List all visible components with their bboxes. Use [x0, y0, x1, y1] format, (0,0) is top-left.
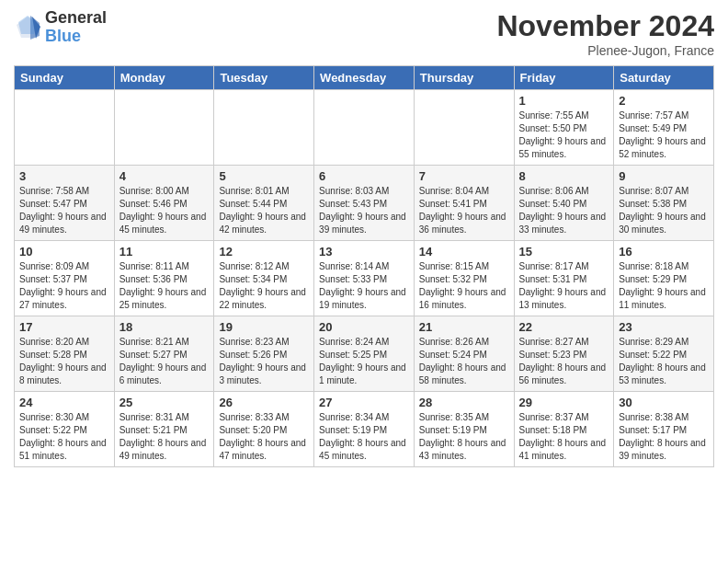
day-number: 18 — [119, 320, 210, 334]
table-row: 10Sunrise: 8:09 AM Sunset: 5:37 PM Dayli… — [15, 241, 115, 316]
day-number: 20 — [319, 320, 409, 334]
table-row: 15Sunrise: 8:17 AM Sunset: 5:31 PM Dayli… — [514, 241, 614, 316]
logo-icon — [14, 14, 41, 41]
col-tuesday: Tuesday — [214, 66, 314, 90]
table-row: 21Sunrise: 8:26 AM Sunset: 5:24 PM Dayli… — [414, 316, 514, 392]
day-info: Sunrise: 8:06 AM Sunset: 5:40 PM Dayligh… — [519, 185, 609, 236]
day-number: 15 — [519, 245, 609, 259]
col-friday: Friday — [514, 66, 614, 90]
calendar-week-row: 17Sunrise: 8:20 AM Sunset: 5:28 PM Dayli… — [15, 316, 714, 392]
table-row: 28Sunrise: 8:35 AM Sunset: 5:19 PM Dayli… — [414, 392, 514, 467]
table-row — [314, 90, 415, 166]
day-number: 1 — [519, 94, 609, 108]
day-info: Sunrise: 8:20 AM Sunset: 5:28 PM Dayligh… — [19, 336, 109, 387]
col-wednesday: Wednesday — [314, 66, 415, 90]
title-block: November 2024 Plenee-Jugon, France — [496, 9, 714, 58]
day-number: 26 — [219, 396, 309, 409]
logo-general: General — [45, 9, 107, 28]
location-subtitle: Plenee-Jugon, France — [496, 43, 714, 58]
table-row: 22Sunrise: 8:27 AM Sunset: 5:23 PM Dayli… — [514, 316, 614, 392]
day-number: 6 — [319, 169, 409, 183]
day-info: Sunrise: 7:58 AM Sunset: 5:47 PM Dayligh… — [19, 185, 109, 236]
day-info: Sunrise: 8:35 AM Sunset: 5:19 PM Dayligh… — [419, 411, 509, 463]
table-row: 7Sunrise: 8:04 AM Sunset: 5:41 PM Daylig… — [414, 166, 514, 241]
day-number: 19 — [219, 320, 309, 334]
table-row: 17Sunrise: 8:20 AM Sunset: 5:28 PM Dayli… — [15, 316, 115, 392]
day-info: Sunrise: 8:03 AM Sunset: 5:43 PM Dayligh… — [319, 185, 409, 236]
day-number: 8 — [519, 169, 609, 183]
table-row: 12Sunrise: 8:12 AM Sunset: 5:34 PM Dayli… — [214, 241, 314, 316]
day-info: Sunrise: 8:34 AM Sunset: 5:19 PM Dayligh… — [319, 411, 409, 463]
day-info: Sunrise: 8:18 AM Sunset: 5:29 PM Dayligh… — [619, 260, 709, 312]
day-number: 12 — [219, 245, 309, 259]
day-number: 11 — [119, 245, 210, 259]
day-info: Sunrise: 8:26 AM Sunset: 5:24 PM Dayligh… — [419, 336, 509, 387]
day-number: 21 — [419, 320, 509, 334]
table-row — [414, 90, 514, 166]
day-number: 10 — [19, 245, 109, 259]
day-number: 23 — [619, 320, 709, 334]
day-number: 25 — [119, 396, 210, 409]
day-info: Sunrise: 8:15 AM Sunset: 5:32 PM Dayligh… — [419, 260, 509, 312]
table-row: 18Sunrise: 8:21 AM Sunset: 5:27 PM Dayli… — [114, 316, 214, 392]
day-info: Sunrise: 8:09 AM Sunset: 5:37 PM Dayligh… — [19, 260, 109, 312]
table-row: 11Sunrise: 8:11 AM Sunset: 5:36 PM Dayli… — [114, 241, 214, 316]
day-number: 22 — [519, 320, 609, 334]
day-info: Sunrise: 8:04 AM Sunset: 5:41 PM Dayligh… — [419, 185, 509, 236]
table-row: 2Sunrise: 7:57 AM Sunset: 5:49 PM Daylig… — [614, 90, 714, 166]
table-row: 27Sunrise: 8:34 AM Sunset: 5:19 PM Dayli… — [314, 392, 415, 467]
day-info: Sunrise: 8:01 AM Sunset: 5:44 PM Dayligh… — [219, 185, 309, 236]
table-row: 23Sunrise: 8:29 AM Sunset: 5:22 PM Dayli… — [614, 316, 714, 392]
calendar-week-row: 1Sunrise: 7:55 AM Sunset: 5:50 PM Daylig… — [15, 90, 714, 166]
table-row: 5Sunrise: 8:01 AM Sunset: 5:44 PM Daylig… — [214, 166, 314, 241]
day-number: 28 — [419, 396, 509, 409]
day-info: Sunrise: 7:57 AM Sunset: 5:49 PM Dayligh… — [619, 109, 709, 161]
day-info: Sunrise: 8:12 AM Sunset: 5:34 PM Dayligh… — [219, 260, 309, 312]
day-number: 30 — [619, 396, 709, 409]
table-row: 8Sunrise: 8:06 AM Sunset: 5:40 PM Daylig… — [514, 166, 614, 241]
table-row — [214, 90, 314, 166]
table-row: 24Sunrise: 8:30 AM Sunset: 5:22 PM Dayli… — [15, 392, 115, 467]
table-row: 4Sunrise: 8:00 AM Sunset: 5:46 PM Daylig… — [114, 166, 214, 241]
table-row: 20Sunrise: 8:24 AM Sunset: 5:25 PM Dayli… — [314, 316, 415, 392]
day-info: Sunrise: 8:11 AM Sunset: 5:36 PM Dayligh… — [119, 260, 210, 312]
day-info: Sunrise: 7:55 AM Sunset: 5:50 PM Dayligh… — [519, 109, 609, 161]
day-info: Sunrise: 8:23 AM Sunset: 5:26 PM Dayligh… — [219, 336, 309, 387]
table-row: 1Sunrise: 7:55 AM Sunset: 5:50 PM Daylig… — [514, 90, 614, 166]
table-row: 13Sunrise: 8:14 AM Sunset: 5:33 PM Dayli… — [314, 241, 415, 316]
day-number: 29 — [519, 396, 609, 409]
calendar-week-row: 24Sunrise: 8:30 AM Sunset: 5:22 PM Dayli… — [15, 392, 714, 467]
calendar-header-row: Sunday Monday Tuesday Wednesday Thursday… — [15, 66, 714, 90]
table-row: 9Sunrise: 8:07 AM Sunset: 5:38 PM Daylig… — [614, 166, 714, 241]
day-number: 7 — [419, 169, 509, 183]
day-info: Sunrise: 8:27 AM Sunset: 5:23 PM Dayligh… — [519, 336, 609, 387]
page-container: General Blue November 2024 Plenee-Jugon,… — [0, 0, 728, 477]
table-row — [114, 90, 214, 166]
day-number: 14 — [419, 245, 509, 259]
day-number: 16 — [619, 245, 709, 259]
calendar-table: Sunday Monday Tuesday Wednesday Thursday… — [14, 65, 714, 467]
day-info: Sunrise: 8:24 AM Sunset: 5:25 PM Dayligh… — [319, 336, 409, 387]
table-row — [15, 90, 115, 166]
table-row: 19Sunrise: 8:23 AM Sunset: 5:26 PM Dayli… — [214, 316, 314, 392]
logo-text: General Blue — [45, 9, 107, 46]
logo: General Blue — [14, 9, 107, 46]
day-info: Sunrise: 8:30 AM Sunset: 5:22 PM Dayligh… — [19, 411, 109, 463]
day-info: Sunrise: 8:00 AM Sunset: 5:46 PM Dayligh… — [119, 185, 210, 236]
col-saturday: Saturday — [614, 66, 714, 90]
day-info: Sunrise: 8:14 AM Sunset: 5:33 PM Dayligh… — [319, 260, 409, 312]
col-thursday: Thursday — [414, 66, 514, 90]
day-number: 27 — [319, 396, 409, 409]
page-header: General Blue November 2024 Plenee-Jugon,… — [14, 9, 714, 58]
table-row: 6Sunrise: 8:03 AM Sunset: 5:43 PM Daylig… — [314, 166, 415, 241]
table-row: 30Sunrise: 8:38 AM Sunset: 5:17 PM Dayli… — [614, 392, 714, 467]
table-row: 29Sunrise: 8:37 AM Sunset: 5:18 PM Dayli… — [514, 392, 614, 467]
day-info: Sunrise: 8:07 AM Sunset: 5:38 PM Dayligh… — [619, 185, 709, 236]
day-info: Sunrise: 8:33 AM Sunset: 5:20 PM Dayligh… — [219, 411, 309, 463]
logo-blue: Blue — [45, 28, 107, 46]
day-info: Sunrise: 8:31 AM Sunset: 5:21 PM Dayligh… — [119, 411, 210, 463]
day-number: 2 — [619, 94, 709, 108]
day-number: 24 — [19, 396, 109, 409]
table-row: 26Sunrise: 8:33 AM Sunset: 5:20 PM Dayli… — [214, 392, 314, 467]
day-number: 13 — [319, 245, 409, 259]
